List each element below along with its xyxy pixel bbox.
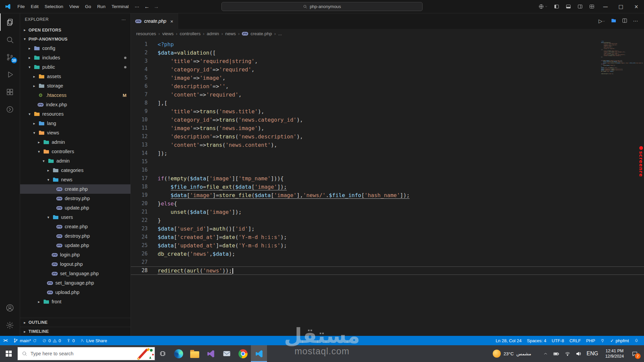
code-line[interactable]: 10 'category_id'=>trans('news.category_i… — [131, 116, 644, 124]
remote-explorer-icon[interactable] — [0, 101, 20, 118]
code-line[interactable]: 17if(!empty($data['image']['tmp_name']))… — [131, 174, 644, 183]
explorer-more-icon[interactable]: ⋯ — [121, 17, 126, 22]
tree-item[interactable]: ▾ public — [20, 62, 130, 72]
toggle-sidebar-icon[interactable] — [551, 4, 562, 9]
eol-sequence[interactable]: CRLF — [567, 336, 584, 345]
tree-item[interactable]: php update.php — [20, 203, 130, 213]
tree-item[interactable]: ▾ views — [20, 128, 130, 137]
ports-status[interactable]: 0 — [64, 336, 77, 345]
code-line[interactable]: 9 'title'=>trans('news.title'), — [131, 107, 644, 116]
code-line[interactable]: 19 $data['image']=store_file($data['imag… — [131, 191, 644, 199]
tree-item[interactable]: ▾ news — [20, 175, 130, 184]
split-editor-icon[interactable] — [622, 18, 628, 24]
run-debug-icon[interactable] — [0, 66, 20, 83]
breadcrumb-symbol[interactable]: ... — [278, 31, 282, 36]
code-line[interactable]: 7 'content'=>'required', — [131, 90, 644, 99]
taskbar-visual-studio-icon[interactable] — [203, 345, 219, 362]
code-line[interactable]: 28redirect(aurl('news')); — [131, 266, 644, 275]
tree-item[interactable]: php set_language.php — [20, 278, 130, 288]
cursor-position[interactable]: Ln 28, Col 24 — [493, 336, 524, 345]
start-button[interactable] — [0, 345, 17, 362]
browser-profile-icon[interactable] — [535, 4, 551, 9]
weather-widget[interactable]: 23°C مشمس — [493, 350, 531, 358]
code-line[interactable]: 3 'title'=>'required|string', — [131, 57, 644, 65]
code-line[interactable]: 23$data['user_id']=auth()['id']; — [131, 225, 644, 233]
taskbar-chrome-icon[interactable] — [235, 345, 251, 362]
tree-item[interactable]: php logout.php — [20, 259, 130, 269]
code-line[interactable]: 22} — [131, 216, 644, 225]
code-line[interactable]: 2$data=validation([ — [131, 49, 644, 57]
tree-item[interactable]: ⚙ .htaccess M — [20, 90, 130, 100]
tree-item[interactable]: php set_language.php — [20, 269, 130, 278]
close-button[interactable]: × — [629, 0, 644, 13]
code-line[interactable]: 27 — [131, 258, 644, 266]
menu-terminal[interactable]: Terminal — [108, 2, 131, 11]
breadcrumb-news[interactable]: news — [225, 31, 236, 36]
tree-item[interactable]: php update.php — [20, 241, 130, 250]
breadcrumb-controllers[interactable]: controllers — [180, 31, 201, 36]
tree-item[interactable]: ▾ admin — [20, 156, 130, 166]
taskbar-file-explorer-icon[interactable] — [186, 345, 203, 362]
tree-item[interactable]: ▸ lang — [20, 119, 130, 128]
tree-item[interactable]: php index.php — [20, 100, 130, 109]
code-line[interactable]: 14]); — [131, 149, 644, 158]
code-line[interactable]: 5 'image'=>'image', — [131, 74, 644, 82]
tree-item[interactable]: ▸ admin — [20, 137, 130, 147]
open-preview-icon[interactable] — [611, 18, 616, 24]
extensions-icon[interactable] — [0, 83, 20, 101]
command-center-search[interactable]: php-anonymous — [221, 2, 423, 11]
open-editors-section[interactable]: ▸ OPEN EDITORS — [20, 25, 130, 35]
menu-go[interactable]: Go — [82, 2, 94, 11]
code-line[interactable]: 11 'image'=>trans('news.image'), — [131, 124, 644, 132]
menu-view[interactable]: View — [66, 2, 82, 11]
tree-item[interactable]: ▸ includes — [20, 53, 130, 62]
breadcrumb-resources[interactable]: resources — [136, 31, 156, 36]
formatter-status[interactable]: ✓ phpfmt — [607, 336, 632, 345]
forward-icon[interactable]: → — [154, 4, 159, 10]
input-language[interactable]: ENG — [585, 351, 600, 357]
timeline-section[interactable]: ▸ TIMELINE — [20, 327, 130, 336]
code-line[interactable]: 12 'description'=>trans('news.descriptio… — [131, 132, 644, 141]
menu-edit[interactable]: Edit — [28, 2, 42, 11]
settings-gear-icon[interactable] — [0, 316, 20, 334]
tree-item[interactable]: ▾ users — [20, 213, 130, 222]
code-editor[interactable]: 1<?php2$data=validation([3 'title'=>'req… — [131, 38, 644, 336]
explorer-icon[interactable] — [0, 13, 20, 31]
maximize-button[interactable]: □ — [613, 0, 629, 13]
action-center-icon[interactable]: 2 — [629, 351, 641, 357]
code-line[interactable]: 21 unset($data['image']); — [131, 208, 644, 216]
back-icon[interactable]: ← — [144, 4, 150, 10]
tree-item[interactable]: php create.php — [20, 222, 130, 231]
tree-item[interactable]: ▸ config — [20, 44, 130, 53]
outline-section[interactable]: ▸ OUTLINE — [20, 318, 130, 327]
code-line[interactable]: 13 'content'=>trans('news.content'), — [131, 141, 644, 149]
customize-layout-icon[interactable] — [586, 4, 598, 9]
encoding[interactable]: UTF-8 — [549, 336, 567, 345]
code-line[interactable]: 20}else{ — [131, 199, 644, 208]
tab-close-icon[interactable]: × — [170, 18, 173, 24]
minimap[interactable]: <?php$data=validation([ 'title'=>'requir… — [601, 41, 638, 75]
source-control-icon[interactable]: 10 — [0, 48, 20, 66]
tree-item[interactable]: ▸ front — [20, 297, 130, 306]
code-line[interactable]: 26db_create('news',$data); — [131, 250, 644, 258]
tree-item[interactable]: ▾ controllers — [20, 147, 130, 156]
workspace-root[interactable]: ▾ PHP-ANONYMOUS — [20, 35, 130, 44]
accounts-icon[interactable] — [0, 299, 20, 316]
tree-item[interactable]: ▸ storage — [20, 81, 130, 90]
code-line[interactable]: 25$data['updated_at']=date('Y-m-d h:i:s'… — [131, 241, 644, 250]
toggle-secondary-sidebar-icon[interactable] — [574, 4, 586, 9]
problems-status[interactable]: 0 0 — [40, 336, 63, 345]
editor-more-actions-icon[interactable]: ⋯ — [633, 18, 638, 24]
battery-icon[interactable] — [551, 351, 561, 357]
tree-item[interactable]: php destroy.php — [20, 231, 130, 241]
breadcrumb-file[interactable]: create.php — [251, 31, 272, 36]
task-view-icon[interactable] — [155, 345, 170, 362]
language-mode[interactable]: PHP — [584, 336, 598, 345]
code-line[interactable]: 1<?php — [131, 40, 644, 49]
search-view-icon[interactable] — [0, 31, 20, 48]
tree-item[interactable]: ▾ resources — [20, 109, 130, 119]
tree-item[interactable]: php upload.php — [20, 288, 130, 297]
code-line[interactable]: 4 'category_id'=>'required', — [131, 65, 644, 74]
code-line[interactable]: 16 — [131, 166, 644, 174]
run-file-button[interactable]: ▷ — [598, 18, 605, 24]
